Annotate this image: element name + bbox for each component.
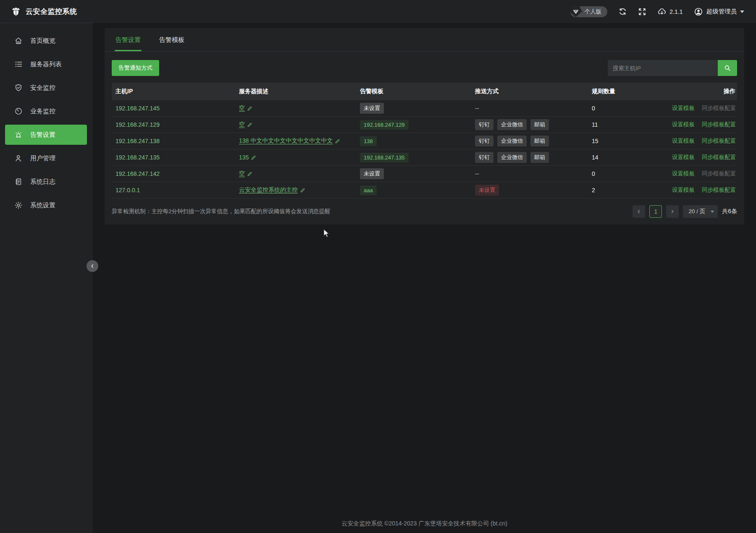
sidebar-item-settings[interactable]: 系统设置 [0,195,87,215]
sync-template-link[interactable]: 同步模板配置 [702,138,736,144]
set-template-link[interactable]: 设置模板 [672,121,695,128]
app-brand: 云安全监控系统 [0,0,93,23]
sidebar-item-label: 告警设置 [30,131,55,139]
toolbar: 告警通知方式 [105,52,744,76]
log-icon [14,178,23,186]
main-content: 告警设置 告警模板 告警通知方式 主机IP 服务器描述 告警模 [93,23,756,533]
push-methods: -- [475,170,479,177]
server-desc-edit[interactable]: 空 [239,121,252,128]
tab-bar: 告警设置 告警模板 [105,28,744,52]
sidebar-item-label: 系统日志 [30,178,55,186]
set-template-link[interactable]: 设置模板 [672,154,695,160]
push-tag: 钉钉 [475,152,494,163]
sidebar-item-security[interactable]: 安全监控 [0,78,87,98]
tab-alert-settings[interactable]: 告警设置 [116,36,141,51]
push-methods-unset: 未设置 [475,185,499,196]
alerts-table: 主机IP 服务器描述 告警模板 推送方式 规则数量 操作 192.168.247… [112,83,737,199]
sync-template-link[interactable]: 同步模板配置 [702,121,736,128]
host-ip[interactable]: 127.0.0.1 [116,187,140,193]
search-button[interactable] [718,60,737,76]
table-row: 192.168.247.138 138 中文中文中文中文中文中文中文 138 钉… [112,133,737,149]
edit-pencil-icon [247,122,252,128]
alerts-panel: 告警设置 告警模板 告警通知方式 主机IP 服务器描述 告警模 [105,28,744,225]
sidebar-item-home[interactable]: 首页概览 [0,31,87,51]
avatar-icon [694,7,703,16]
rules-count: 0 [592,170,595,177]
sidebar-collapse-button[interactable] [87,260,98,272]
server-desc-edit[interactable]: 空 [239,170,252,178]
gear-icon [14,201,23,209]
username: 超级管理员 [706,8,737,16]
col-header-rules: 规则数量 [588,88,663,95]
set-template-link[interactable]: 设置模板 [672,138,695,144]
host-ip[interactable]: 192.168.247.129 [116,121,160,128]
table-row: 192.168.247.142 空 未设置 -- 0 设置模板 同步模板配置 查… [112,166,737,182]
sidebar-item-servers[interactable]: 服务器列表 [0,54,87,74]
push-methods: -- [475,105,479,112]
page-size-select[interactable]: 20 / 页 [683,205,718,218]
col-header-ip: 主机IP [112,88,235,95]
table-row: 192.168.247.135 135 192.168.247.135 钉钉 企… [112,149,737,166]
cloud-version[interactable]: 2.1.1 [657,7,682,16]
top-header: 云安全监控系统 个人版 [0,0,756,23]
home-icon [14,37,23,45]
host-ip[interactable]: 192.168.247.145 [116,105,160,112]
sidebar-item-logs[interactable]: 系统日志 [0,172,87,192]
chevron-down-icon [740,10,744,13]
push-tag: 邮箱 [530,119,549,130]
gauge-icon [14,107,23,115]
push-tag: 企业微信 [497,152,527,163]
fullscreen-icon[interactable] [638,8,646,16]
search-icon [724,64,731,72]
table-body: 192.168.247.145 空 未设置 -- 0 设置模板 同步模板配置 查… [112,100,737,199]
push-methods: 钉钉 企业微信 邮箱 [475,136,549,146]
server-desc-edit[interactable]: 空 [239,105,252,112]
diamond-icon [570,6,582,17]
set-template-link[interactable]: 设置模板 [672,187,695,193]
edit-pencil-icon [247,171,252,177]
template-tag: aaa [360,186,377,195]
user-menu[interactable]: 超级管理员 [694,7,745,16]
host-ip[interactable]: 192.168.247.142 [116,170,160,177]
set-template-link[interactable]: 设置模板 [672,105,695,111]
alert-notify-method-button[interactable]: 告警通知方式 [112,60,159,76]
push-tag: 钉钉 [475,119,494,130]
template-tag: 未设置 [360,168,384,179]
topbar-actions: 个人版 2.1.1 [570,6,756,17]
next-page-button[interactable] [666,205,679,218]
push-tag: 钉钉 [475,136,494,146]
search-box [608,60,737,76]
sync-template-link[interactable]: 同步模板配置 [702,154,736,160]
sidebar-item-label: 服务器列表 [30,60,62,68]
server-desc-edit[interactable]: 135 [239,154,256,161]
tab-alert-templates[interactable]: 告警模板 [159,36,184,51]
edit-pencil-icon [251,155,256,160]
rules-count: 11 [592,121,598,128]
sidebar: 首页概览 服务器列表 安全监控 业务监控 [0,23,93,533]
refresh-icon[interactable] [618,7,627,16]
edition-badge[interactable]: 个人版 [570,6,608,17]
push-tag: 邮箱 [530,152,549,163]
sidebar-item-users[interactable]: 用户管理 [0,148,87,168]
rules-count: 15 [592,138,598,144]
sidebar-item-label: 用户管理 [30,154,55,162]
search-input[interactable] [608,60,718,76]
sidebar-item-alerts[interactable]: 告警设置 [5,125,87,145]
set-template-link[interactable]: 设置模板 [672,170,695,177]
table-row: 127.0.0.1 云安全监控系统的主控 aaa 未设置 2 设置模板 同步模板… [112,182,737,199]
table-header-row: 主机IP 服务器描述 告警模板 推送方式 规则数量 操作 [112,83,737,100]
server-desc-edit[interactable]: 138 中文中文中文中文中文中文中文 [239,137,340,145]
host-ip[interactable]: 192.168.247.138 [116,138,160,144]
host-ip[interactable]: 192.168.247.135 [116,154,160,161]
copyright-footer: 云安全监控系统 ©2014-2023 广东堡塔安全技术有限公司 (bt.cn) [93,520,756,528]
template-tag: 192.168.247.135 [360,153,409,162]
edit-pencil-icon [247,106,252,111]
sidebar-item-business[interactable]: 业务监控 [0,101,87,121]
prev-page-button[interactable] [633,205,645,218]
current-page[interactable]: 1 [649,205,662,218]
sync-template-link[interactable]: 同步模板配置 [702,187,736,193]
server-desc-edit[interactable]: 云安全监控系统的主控 [239,186,305,194]
detection-hint: 异常检测机制：主控每2分钟扫描一次异常信息，如果匹配的所设阈值将会发送消息提醒 [112,208,331,215]
push-tag: 企业微信 [497,119,527,130]
col-header-desc: 服务器描述 [235,88,356,95]
